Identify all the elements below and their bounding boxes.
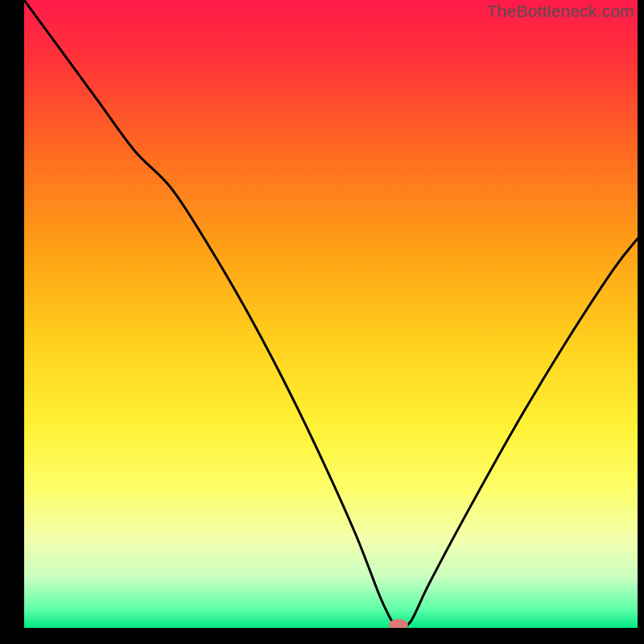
bottleneck-chart: TheBottleneck.com	[0, 0, 644, 644]
watermark-text: TheBottleneck.com	[487, 2, 634, 21]
frame-bottom	[0, 628, 644, 644]
frame-right	[638, 0, 644, 644]
chart-svg	[0, 0, 644, 644]
frame-left	[0, 0, 24, 644]
plot-background	[24, 0, 638, 628]
